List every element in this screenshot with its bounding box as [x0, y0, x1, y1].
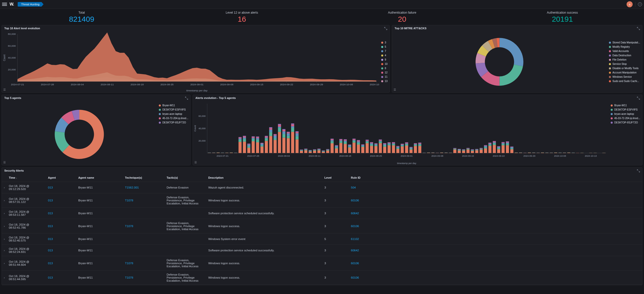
expand-row-icon[interactable]: ›: [2, 182, 7, 193]
legend-item[interactable]: Bryan-W11: [611, 104, 640, 107]
svg-rect-119: [291, 132, 294, 153]
legend-item[interactable]: 9: [381, 58, 388, 61]
options-icon[interactable]: ☰: [394, 88, 396, 91]
cell-rule[interactable]: 60642: [349, 245, 642, 256]
col-header[interactable]: Tactic(s): [165, 174, 206, 182]
cell-agent[interactable]: 013: [46, 233, 76, 245]
legend-item[interactable]: Bryan-W11: [159, 104, 188, 107]
col-header[interactable]: Agent: [46, 174, 76, 182]
expand-icon[interactable]: [384, 27, 388, 30]
svg-rect-247: [396, 146, 399, 146]
expand-icon[interactable]: [637, 27, 640, 30]
col-header[interactable]: Level: [322, 174, 349, 182]
expand-row-icon[interactable]: ›: [2, 233, 7, 245]
legend-item[interactable]: File Deletion: [609, 58, 640, 61]
svg-rect-122: [291, 124, 294, 126]
breadcrumb[interactable]: Threat Hunting: [18, 2, 44, 7]
options-icon[interactable]: ☰: [3, 161, 6, 164]
menu-icon[interactable]: [2, 2, 7, 7]
legend-item[interactable]: Valid Accounts: [609, 50, 640, 52]
legend-item[interactable]: DESKTOP-8SJFT2O: [611, 121, 640, 124]
expand-row-icon[interactable]: ›: [2, 245, 7, 256]
svg-rect-146: [313, 150, 316, 151]
svg-rect-399: [572, 153, 575, 153]
cell-technique[interactable]: [123, 208, 165, 219]
legend-item[interactable]: DESKTOP-ESFVIFS: [159, 108, 188, 111]
expand-row-icon[interactable]: ›: [2, 271, 7, 285]
legend-item[interactable]: bryan-acer-laptop: [159, 113, 188, 115]
cell-technique[interactable]: T1562.001: [123, 182, 165, 193]
svg-rect-168: [330, 140, 333, 141]
svg-rect-334: [488, 146, 492, 153]
cell-rule[interactable]: 61102: [349, 233, 642, 245]
cell-agent[interactable]: 013: [46, 219, 76, 233]
cell-agent[interactable]: 013: [46, 245, 76, 256]
legend-dot: [609, 50, 611, 52]
cell-agent[interactable]: 013: [46, 271, 76, 285]
legend-item[interactable]: Service Stop: [609, 63, 640, 65]
options-icon[interactable]: ☰: [194, 161, 197, 164]
legend-item[interactable]: 5: [381, 45, 388, 48]
legend-item[interactable]: 12: [381, 71, 388, 74]
cell-technique[interactable]: T1078: [123, 256, 165, 271]
cell-rule[interactable]: 60106: [349, 256, 642, 271]
legend-item[interactable]: 7: [381, 50, 388, 52]
help-icon[interactable]: ?: [638, 2, 642, 6]
col-header[interactable]: Description: [206, 174, 322, 182]
cell-agent[interactable]: 013: [46, 193, 76, 208]
svg-rect-282: [436, 153, 439, 153]
cell-rule[interactable]: 60106: [349, 193, 642, 208]
cell-technique[interactable]: [123, 233, 165, 245]
cell-technique[interactable]: T1078: [123, 271, 165, 285]
svg-rect-136: [304, 150, 307, 150]
cell-agent[interactable]: 013: [46, 182, 76, 193]
col-header[interactable]: Rule ID: [349, 174, 642, 182]
legend-item[interactable]: Account Manipulation: [609, 71, 640, 74]
svg-rect-398: [567, 152, 570, 153]
legend-item[interactable]: 8: [381, 67, 388, 70]
expand-row-icon[interactable]: ›: [2, 256, 7, 271]
legend-item[interactable]: 45-33-72-204.ip.linod...: [159, 117, 188, 120]
svg-rect-218: [374, 145, 377, 146]
avatar[interactable]: a: [627, 1, 633, 7]
cell-technique[interactable]: T1078: [123, 193, 165, 208]
legend-item[interactable]: Stored Data Manipulati...: [609, 41, 640, 44]
legend-item[interactable]: Disable or Modify Tools: [609, 67, 640, 70]
cell-level: 5: [322, 233, 349, 245]
cell-rule[interactable]: 60106: [349, 271, 642, 285]
svg-rect-370: [524, 153, 527, 153]
expand-row-icon[interactable]: ›: [2, 219, 7, 233]
cell-rule[interactable]: 504: [349, 182, 642, 193]
legend-item[interactable]: 11: [381, 75, 388, 78]
legend-item[interactable]: 13: [381, 80, 388, 83]
cell-agent[interactable]: 013: [46, 256, 76, 271]
expand-icon[interactable]: [637, 169, 640, 173]
legend-item[interactable]: Sudo and Sudo Cachi...: [609, 80, 640, 83]
panel-title: Top 10 MITRE ATT&CKS: [392, 25, 642, 31]
legend-item[interactable]: DESKTOP-ESFVIFS: [611, 108, 640, 111]
legend-item[interactable]: bryan-acer-laptop: [611, 113, 640, 115]
cell-agent[interactable]: 013: [46, 208, 76, 219]
legend-item[interactable]: Modify Registry: [609, 45, 640, 48]
cell-technique[interactable]: T1078: [123, 219, 165, 233]
legend-item[interactable]: 3: [381, 41, 388, 44]
cell-rule[interactable]: 60642: [349, 208, 642, 219]
expand-icon[interactable]: [185, 96, 188, 100]
cell-technique[interactable]: [123, 245, 165, 256]
expand-row-icon[interactable]: ›: [2, 193, 7, 208]
svg-rect-322: [475, 149, 478, 149]
col-header[interactable]: Technique(s): [123, 174, 165, 182]
expand-row-icon[interactable]: ›: [2, 208, 7, 219]
legend-item[interactable]: 4: [381, 54, 388, 57]
legend-item[interactable]: Windows Service: [609, 75, 640, 78]
options-icon[interactable]: ☰: [3, 88, 6, 91]
legend-item[interactable]: Data Destruction: [609, 54, 640, 57]
legend-item[interactable]: 45-33-72-204.ip.linod...: [611, 117, 640, 120]
col-header[interactable]: Agent name: [76, 174, 123, 182]
expand-icon[interactable]: [637, 96, 640, 100]
legend-item[interactable]: 10: [381, 63, 388, 65]
logo[interactable]: W.: [10, 2, 14, 7]
cell-rule[interactable]: 60106: [349, 219, 642, 233]
legend-item[interactable]: DESKTOP-8SJFT2O: [159, 121, 188, 124]
col-header[interactable]: Time↓: [7, 174, 46, 182]
